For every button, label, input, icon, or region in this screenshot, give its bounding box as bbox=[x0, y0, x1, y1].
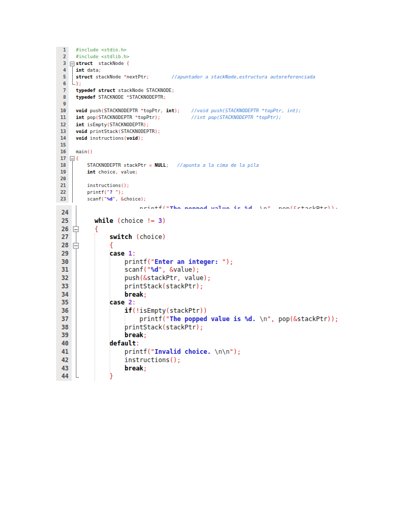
fold-marker bbox=[69, 87, 76, 94]
code-line-1: 1#include <stdio.h> bbox=[56, 47, 315, 54]
code-text: int data; bbox=[76, 67, 101, 74]
fold-marker bbox=[69, 101, 76, 108]
code-text: #include <stdio.h> bbox=[76, 47, 127, 54]
code-text: switch (choice) bbox=[79, 233, 166, 242]
fold-marker bbox=[69, 54, 76, 60]
line-number bbox=[56, 205, 72, 209]
fold-marker bbox=[69, 162, 76, 169]
code-line-16: 16main() bbox=[56, 149, 315, 155]
code-line-3: 3struct stackNode { bbox=[56, 60, 315, 67]
code-text: { bbox=[79, 225, 98, 234]
line-number: 3 bbox=[56, 60, 69, 67]
code-line-29: 29 case 1: bbox=[56, 250, 339, 258]
code-text: printf("The popped value is %d. \n", pop… bbox=[79, 315, 339, 324]
code-line-2: 2#include <stdlib.h> bbox=[56, 54, 315, 60]
fold-marker bbox=[72, 356, 79, 365]
fold-marker bbox=[69, 142, 76, 149]
fold-marker bbox=[69, 81, 76, 87]
line-number: 38 bbox=[56, 324, 72, 332]
line-number: 6 bbox=[56, 81, 69, 87]
code-text: case 1: bbox=[79, 250, 136, 258]
fold-marker bbox=[72, 340, 79, 348]
code-text: break; bbox=[79, 331, 147, 340]
code-text: void push(STACKNODEPTR *topPtr, int); //… bbox=[76, 108, 301, 114]
code-line-17: 17{ bbox=[56, 155, 315, 162]
line-number: 29 bbox=[56, 250, 72, 258]
fold-marker bbox=[72, 324, 79, 332]
code-text: push(&stackPtr, value); bbox=[79, 274, 211, 283]
code-line-24: 24 bbox=[56, 209, 339, 217]
line-number: 21 bbox=[56, 182, 69, 189]
fold-marker bbox=[72, 225, 79, 234]
fold-marker bbox=[72, 274, 79, 283]
cut-off-line: printf("The popped value is %d. \n", pop… bbox=[56, 205, 339, 209]
line-number: 24 bbox=[56, 209, 72, 217]
code-line-28: 28 { bbox=[56, 242, 339, 250]
code-screenshot-bottom: printf("The popped value is %d. \n", pop… bbox=[56, 205, 339, 381]
fold-marker bbox=[69, 114, 76, 121]
indent-guide bbox=[125, 258, 125, 373]
line-number: 30 bbox=[56, 258, 72, 267]
code-text: printf("Enter an integer: "); bbox=[79, 258, 233, 267]
code-text: printf("The popped value is %d. \n", pop… bbox=[79, 205, 339, 209]
line-number: 41 bbox=[56, 348, 72, 356]
line-number: 40 bbox=[56, 340, 72, 348]
line-number: 26 bbox=[56, 225, 72, 234]
line-number: 20 bbox=[56, 176, 69, 182]
line-number: 36 bbox=[56, 307, 72, 315]
fold-marker bbox=[72, 283, 79, 291]
fold-marker bbox=[69, 149, 76, 155]
fold-marker bbox=[69, 176, 76, 182]
fold-marker bbox=[69, 169, 76, 176]
line-number: 8 bbox=[56, 94, 69, 101]
code-line-30: 30 printf("Enter an integer: "); bbox=[56, 258, 339, 267]
line-number: 34 bbox=[56, 291, 72, 299]
code-text: #include <stdlib.h> bbox=[76, 54, 129, 60]
line-number: 18 bbox=[56, 162, 69, 169]
code-line-21: 21 instructions(); bbox=[56, 182, 315, 189]
code-line-25: 25 while (choice != 3) bbox=[56, 217, 339, 225]
line-number: 13 bbox=[56, 128, 69, 135]
line-number: 11 bbox=[56, 114, 69, 121]
code-text: void instructions(void); bbox=[76, 135, 143, 142]
code-line-43: 43 break; bbox=[56, 365, 339, 373]
fold-marker bbox=[72, 250, 79, 258]
code-line-9: 9 bbox=[56, 101, 315, 108]
code-text: int pop(STACKNODEPTR *topPtr); //int pop… bbox=[76, 114, 282, 121]
line-number: 7 bbox=[56, 87, 69, 94]
line-number: 37 bbox=[56, 315, 72, 324]
code-line-6: 6}; bbox=[56, 81, 315, 87]
fold-marker bbox=[69, 74, 76, 81]
fold-collapse-icon bbox=[73, 243, 78, 248]
code-line-35: 35 case 2: bbox=[56, 299, 339, 307]
code-text: if(!isEmpty(stackPtr)) bbox=[79, 307, 207, 315]
code-line-41: 41 printf("Invalid choice. \n\n"); bbox=[56, 348, 339, 356]
code-line-20: 20 bbox=[56, 176, 315, 182]
code-line-42: 42 instructions(); bbox=[56, 356, 339, 365]
code-text: case 2: bbox=[79, 299, 136, 307]
document-page: { "colors": { "gutterBg": "#e9e9e9", "li… bbox=[0, 0, 399, 532]
code-line-39: 39 break; bbox=[56, 331, 339, 340]
line-number: 28 bbox=[56, 242, 72, 250]
line-number: 14 bbox=[56, 135, 69, 142]
line-number: 19 bbox=[56, 169, 69, 176]
fold-marker bbox=[69, 135, 76, 142]
fold-marker bbox=[72, 331, 79, 340]
fold-marker bbox=[72, 291, 79, 299]
code-line-33: 33 printStack(stackPtr); bbox=[56, 283, 339, 291]
fold-marker bbox=[72, 258, 79, 267]
line-number: 16 bbox=[56, 149, 69, 155]
code-text: main() bbox=[76, 149, 93, 155]
fold-marker bbox=[69, 67, 76, 74]
line-number: 1 bbox=[56, 47, 69, 54]
code-screenshot-top: 1#include <stdio.h>2#include <stdlib.h>3… bbox=[56, 47, 315, 203]
code-line-5: 5struct stackNode *nextPtr; //apuntador … bbox=[56, 74, 315, 81]
line-number: 39 bbox=[56, 331, 72, 340]
fold-collapse-icon bbox=[70, 61, 75, 66]
line-number: 4 bbox=[56, 67, 69, 74]
code-text: int choice, value; bbox=[76, 169, 138, 176]
fold-marker bbox=[69, 94, 76, 101]
fold-marker bbox=[72, 205, 79, 209]
code-line-11: 11int pop(STACKNODEPTR *topPtr); //int p… bbox=[56, 114, 315, 121]
code-line-18: 18 STACKNODEPTR stackPtr = NULL; //apunt… bbox=[56, 162, 315, 169]
